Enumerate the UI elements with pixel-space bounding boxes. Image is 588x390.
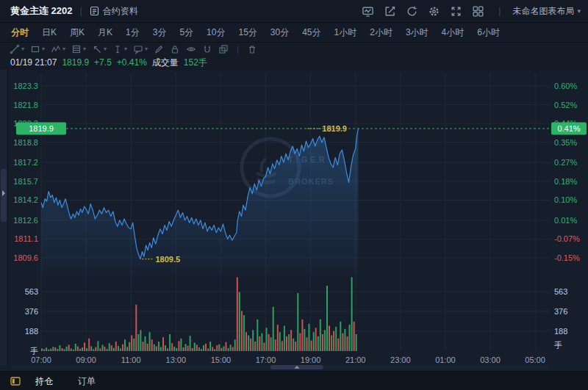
chart-area[interactable]: 07:0009:0011:0013:0015:0017:0019:0021:00… [0, 70, 588, 371]
timeframe-tab-13[interactable]: 3小时 [399, 24, 435, 42]
timeframe-tab-4[interactable]: 1分 [119, 24, 146, 42]
time-tick-label: 07:00 [31, 355, 51, 364]
time-tick-label: 19:00 [301, 355, 321, 364]
bottom-tab-orders[interactable]: 订单 [71, 373, 103, 390]
visibility-tool-icon [186, 44, 196, 54]
rectangle-tool[interactable]: ▾ [28, 44, 47, 54]
price-tick-label: 1809.6 [13, 253, 38, 262]
timeframe-tab-10[interactable]: 45分 [295, 24, 327, 42]
magnet-tool[interactable] [200, 44, 215, 54]
low-price-annotation: 1809.5 [155, 255, 180, 264]
time-tick-label: 01:00 [435, 355, 456, 364]
chevron-down-icon: ▾ [124, 46, 127, 52]
quote-datetime: 01/19 21:07 [10, 57, 57, 68]
volume-value: 152手 [184, 57, 207, 69]
quote-change-pct: +0.41% [117, 57, 147, 68]
volume-tick-label: 376 [25, 307, 38, 316]
price-tick-label: 1823.3 [13, 82, 38, 90]
brush-tool-icon [154, 44, 164, 54]
volume-tick-label: 188 [25, 327, 38, 336]
price-tick-label: 1815.7 [13, 177, 38, 186]
volume-unit-label: 手 [554, 341, 562, 350]
timeframe-tab-15[interactable]: 6小时 [470, 24, 506, 42]
time-tick-label: 13:00 [166, 355, 187, 364]
callout-tool-icon [133, 44, 143, 54]
window-header: 黄金主连 2202 | 合约资料 | 未命名图表布局 ▾ [0, 0, 588, 23]
chart-style-icon[interactable] [359, 3, 376, 19]
current-percent-badge-label: 0.41% [557, 124, 580, 133]
chevron-down-icon: ▾ [21, 46, 24, 52]
trend-line-tool[interactable]: ▾ [7, 44, 26, 54]
divider: | [237, 45, 239, 54]
chevron-down-icon: ▾ [83, 46, 86, 52]
timeframe-tab-7[interactable]: 10分 [200, 24, 232, 42]
symbol-title: 黄金主连 2202 [10, 4, 73, 18]
timeframe-tab-11[interactable]: 1小时 [328, 24, 364, 42]
volume-tick-label: 376 [554, 307, 567, 316]
quote-change: +7.5 [94, 57, 112, 68]
panel-layout-icon [10, 376, 21, 386]
fullscreen-icon[interactable] [447, 3, 465, 19]
lock-tool-icon [170, 44, 180, 54]
current-price-badge-label: 1819.9 [29, 124, 54, 133]
timeframe-tab-3[interactable]: 月K [91, 24, 119, 42]
price-area-fill [41, 129, 358, 276]
arrow-tool-icon [92, 44, 102, 54]
timeframe-tab-12[interactable]: 2小时 [363, 24, 399, 42]
delete-tool-icon [247, 44, 257, 54]
header-actions: | 未命名图表布局 ▾ [359, 3, 588, 19]
percent-tick-label: -0.07% [554, 234, 580, 243]
time-tick-label: 03:00 [480, 355, 501, 364]
group-tool-icon [218, 44, 229, 54]
callout-tool[interactable]: ▾ [131, 44, 150, 54]
quote-price: 1819.9 [62, 57, 89, 68]
rectangle-tool-icon [30, 44, 40, 54]
timeframe-tab-9[interactable]: 30分 [264, 24, 295, 42]
timeframe-tab-14[interactable]: 4小时 [435, 24, 471, 42]
timeframe-tab-5[interactable]: 3分 [146, 24, 173, 42]
volume-bars [41, 278, 357, 352]
settings-gear-icon[interactable] [425, 3, 442, 19]
arrow-tool[interactable]: ▾ [90, 44, 109, 54]
layout-grid-icon[interactable] [469, 3, 487, 19]
visibility-tool[interactable] [184, 44, 198, 54]
percent-tick-label: 0.01% [554, 216, 577, 225]
timeframe-tab-8[interactable]: 15分 [232, 24, 263, 42]
delete-tool[interactable] [245, 44, 259, 54]
wave-tool[interactable]: ▾ [49, 44, 68, 54]
divider: | [498, 6, 501, 16]
percent-tick-label: 0.35% [554, 138, 577, 147]
lock-tool[interactable] [168, 44, 182, 54]
percent-tick-label: -0.15% [554, 253, 580, 262]
bottom-tab-positions[interactable]: 持仓 [28, 373, 60, 390]
contract-info-button[interactable]: 合约资料 [90, 5, 138, 18]
timeframe-tab-1[interactable]: 日K [35, 24, 63, 42]
contract-info-label: 合约资料 [103, 5, 138, 18]
brush-tool[interactable] [151, 44, 166, 54]
price-tick-label: 1814.2 [13, 195, 38, 204]
group-tool[interactable] [216, 44, 231, 54]
pattern-tool[interactable]: ▾ [69, 44, 88, 54]
chevron-down-icon: ▾ [42, 46, 45, 52]
drawing-toolbar: ▾▾▾▾▾▾▾| [0, 43, 588, 55]
text-tool[interactable]: ▾ [110, 44, 129, 54]
volume-tick-label: 188 [554, 327, 567, 336]
trend-line-tool-icon [10, 44, 20, 54]
time-tick-label: 23:00 [390, 355, 411, 364]
wave-tool-icon [51, 44, 61, 54]
refresh-icon[interactable] [403, 3, 420, 19]
price-tick-label: 1812.6 [13, 216, 38, 225]
timeframe-tab-0[interactable]: 分时 [4, 24, 35, 42]
time-tick-label: 21:00 [345, 355, 366, 364]
document-icon [90, 6, 99, 16]
volume-tick-label: 563 [25, 287, 38, 296]
price-volume-chart[interactable]: 07:0009:0011:0013:0015:0017:0019:0021:00… [0, 70, 588, 371]
pattern-tool-icon [71, 44, 82, 54]
time-tick-label: 17:00 [256, 355, 276, 364]
price-tick-label: 1821.8 [13, 101, 38, 109]
chart-layout-selector[interactable]: 未命名图表布局 ▾ [512, 5, 581, 18]
timeframe-tab-2[interactable]: 周K [63, 24, 91, 42]
chart-layout-name: 未命名图表布局 [512, 5, 574, 18]
timeframe-tab-6[interactable]: 5分 [173, 24, 200, 42]
edit-icon[interactable] [381, 3, 398, 19]
